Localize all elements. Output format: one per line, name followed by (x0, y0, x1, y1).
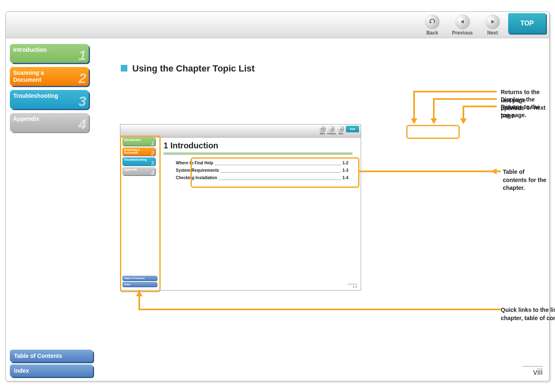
callout-line (433, 98, 497, 100)
back-icon (425, 14, 440, 29)
mini-sidebar-label: Troubleshooting (124, 158, 147, 161)
nav-buttons: Back Previous Next (417, 12, 508, 36)
callout-line (358, 171, 497, 172)
toc-row[interactable]: System Requirements 1-3 (176, 167, 348, 174)
mini-sidebar-label: Scanning a Document (124, 148, 139, 154)
mini-sidebar-item[interactable]: Appendix4 (122, 167, 155, 175)
sidebar-item-label: Scanning a Document (13, 69, 44, 83)
page-root: Back Previous Next TOP (0, 0, 555, 392)
callout-arrow (460, 118, 467, 124)
svg-marker-4 (331, 128, 332, 130)
mini-sidebar-number: 4 (151, 170, 154, 176)
annotation-top: Returns to the top page. (501, 103, 549, 119)
toc-entry-page: 1-3 (343, 167, 348, 174)
top-button-container: TOP (508, 12, 549, 35)
toc-button[interactable]: Table of Contents (10, 350, 93, 362)
toc-dots (219, 174, 341, 180)
callout-line (413, 91, 497, 92)
next-label: Next (487, 30, 498, 36)
svg-marker-5 (341, 128, 342, 130)
mini-sidebar-number: 1 (151, 141, 154, 146)
previous-button[interactable]: Previous (452, 14, 473, 36)
section-bullet-icon (121, 65, 127, 71)
next-button[interactable]: Next (485, 14, 500, 36)
next-icon (485, 14, 500, 29)
document-frame: Back Previous Next TOP (5, 12, 550, 381)
sidebar-item-number: 3 (78, 93, 86, 110)
top-toolbar-right: Back Previous Next TOP (417, 12, 549, 38)
callout-arrow (136, 291, 143, 296)
mini-sidebar: Introduction1 Scanning a Document2 Troub… (122, 138, 157, 177)
mini-toc-list: Where to Find Help 1-2 System Requiremen… (176, 159, 348, 182)
mini-sidebar-label: Introduction (124, 138, 141, 141)
svg-marker-1 (461, 20, 463, 23)
mini-sidebar-number: 2 (151, 150, 154, 156)
toc-entry-page: 1-2 (343, 159, 348, 167)
page-number: viii (522, 366, 543, 377)
section-title: Using the Chapter Topic List (121, 63, 255, 74)
previous-icon (455, 14, 470, 29)
sidebar-item-number: 2 (78, 70, 86, 87)
mini-sidebar-number: 3 (151, 160, 154, 166)
mini-previous-label: Previous (327, 132, 336, 135)
sidebar-item-appendix[interactable]: Appendix 4 (10, 113, 89, 132)
sidebar: Introduction 1 Scanning a Document 2 Tro… (10, 44, 92, 136)
toc-dots (221, 167, 341, 173)
mini-next-button[interactable]: Next (338, 126, 344, 135)
callout-line (138, 309, 497, 310)
embedded-page-preview: Back Previous Next TOP Introduction1 Sca… (120, 124, 361, 291)
callout-tick (497, 309, 501, 310)
back-label: Back (426, 30, 438, 36)
sidebar-item-scanning[interactable]: Scanning a Document 2 (10, 67, 89, 86)
callout-line (413, 91, 415, 120)
annotation-toc: Table of contents for the chapter. (503, 168, 549, 192)
bottom-links: Table of Contents Index (10, 347, 92, 377)
mini-sidebar-item[interactable]: Troubleshooting3 (122, 157, 155, 166)
mini-chapter-title: 1 Introduction (164, 141, 218, 150)
toc-row[interactable]: Where to Find Help 1-2 (176, 159, 348, 167)
top-button[interactable]: TOP (508, 13, 546, 34)
sidebar-item-label: Introduction (13, 46, 47, 53)
previous-label: Previous (452, 30, 473, 36)
mini-sidebar-item[interactable]: Introduction1 (122, 138, 155, 146)
callout-line (433, 98, 435, 120)
callout-arrow (491, 168, 497, 174)
annotation-quicklinks: Quick links to the list of things you ca… (501, 306, 555, 322)
mini-top-button[interactable]: TOP (346, 126, 359, 132)
toc-entry-label: Where to Find Help (176, 159, 213, 167)
mini-back-label: Back (320, 132, 325, 135)
mini-title-underline (164, 152, 352, 155)
mini-next-label: Next (339, 132, 343, 135)
mini-sidebar-label: Appendix (124, 168, 137, 171)
mini-toc-button[interactable]: Table of Contents (122, 276, 157, 281)
toc-entry-label: Checking Installation (176, 174, 217, 182)
sidebar-item-label: Appendix (13, 115, 39, 122)
toc-row[interactable]: Checking Installation 1-4 (176, 174, 348, 182)
toc-dots (215, 159, 341, 165)
callout-line (463, 106, 497, 107)
mini-back-icon (319, 126, 326, 132)
callout-line (463, 106, 464, 120)
callout-arrow (431, 118, 437, 124)
sidebar-item-label: Troubleshooting (13, 92, 58, 99)
mini-next-icon (338, 126, 344, 132)
back-button[interactable]: Back (425, 14, 440, 36)
svg-marker-2 (491, 20, 494, 23)
callout-tick (497, 171, 501, 172)
mini-previous-icon (328, 126, 335, 132)
sidebar-item-number: 4 (78, 116, 86, 133)
mini-page-number: 1-1 (348, 284, 357, 288)
mini-sidebar-item[interactable]: Scanning a Document2 (122, 148, 155, 156)
mini-bottom-links: Table of Contents Index (122, 274, 157, 287)
sidebar-item-troubleshooting[interactable]: Troubleshooting 3 (10, 90, 89, 109)
mini-back-button[interactable]: Back (319, 126, 326, 135)
toc-entry-label: System Requirements (176, 167, 219, 174)
index-button[interactable]: Index (10, 364, 93, 377)
toc-entry-page: 1-4 (343, 174, 348, 182)
callout-box-navbuttons (406, 125, 460, 139)
callout-arrow (411, 118, 417, 124)
mini-index-button[interactable]: Index (122, 282, 157, 287)
mini-previous-button[interactable]: Previous (327, 126, 336, 135)
sidebar-item-number: 1 (78, 47, 86, 64)
sidebar-item-introduction[interactable]: Introduction 1 (10, 44, 89, 63)
